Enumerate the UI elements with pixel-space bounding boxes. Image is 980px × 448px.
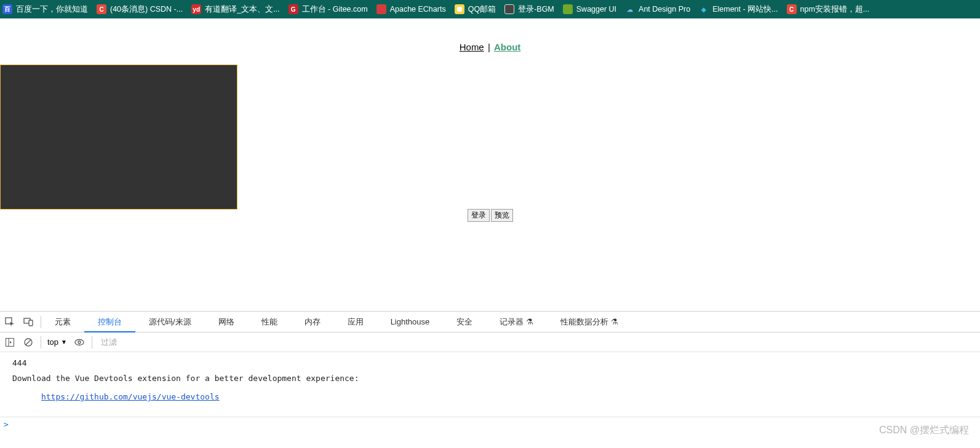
nav-home-link[interactable]: Home [460,42,484,52]
console-line: Download the Vue Devtools extension for … [12,374,968,383]
tab-recorder[interactable]: 记录器⚗ [486,312,547,332]
nav-separator: | [487,42,492,52]
favicon-icon: C [787,4,797,14]
bookmark-label: QQ邮箱 [468,4,496,15]
bookmark-item[interactable]: 百百度一下，你就知道 [2,4,88,15]
svg-point-7 [75,339,84,345]
beta-icon: ⚗ [611,317,618,326]
tab-memory[interactable]: 内存 [291,312,334,332]
inspect-icon[interactable] [4,316,16,328]
tab-security[interactable]: 安全 [443,312,486,332]
favicon-icon: ☁ [625,4,635,14]
bookmark-item[interactable]: ◆Element - 网站快... [699,4,778,15]
bookmark-label: 百度一下，你就知道 [16,4,88,15]
bookmark-item[interactable]: G工作台 - Gitee.com [289,4,368,15]
tab-application[interactable]: 应用 [334,312,377,332]
bookmark-bar: 百百度一下，你就知道C(40条消息) CSDN -...yd有道翻译_文本、文.… [0,0,980,18]
bookmark-item[interactable]: 登录-BGM [504,4,554,15]
bookmark-item[interactable]: yd有道翻译_文本、文... [191,4,279,15]
console-prompt[interactable]: > [0,417,980,431]
bookmark-label: (40条消息) CSDN -... [110,4,183,15]
svg-rect-2 [29,320,33,326]
tab-sources[interactable]: 源代码/来源 [135,312,205,332]
console-line: 444 [12,358,968,367]
bookmark-item[interactable]: QQ邮箱 [455,4,496,15]
tab-console[interactable]: 控制台 [84,312,135,332]
bookmark-item[interactable]: ☁Ant Design Pro [625,4,690,14]
live-expression-icon[interactable] [73,336,86,348]
context-select[interactable]: top▼ [47,337,67,347]
console-line: https://github.com/vuejs/vue-devtools [12,383,968,411]
bookmark-label: Element - 网站快... [712,4,778,15]
tab-elements[interactable]: 元素 [41,312,84,332]
devtools-panel: 元素 控制台 源代码/来源 网络 性能 内存 应用 Lighthouse 安全 … [0,311,980,431]
bookmark-item[interactable]: Apache ECharts [376,4,446,14]
favicon-icon [455,4,464,14]
bookmark-label: 登录-BGM [518,4,554,15]
bookmark-item[interactable]: Swagger UI [563,4,616,14]
svg-point-8 [78,341,81,344]
page-content: Home | About 登录 预览 [0,18,980,311]
login-button[interactable]: 登录 [468,209,490,222]
bookmark-label: npm安装报错，超... [800,4,870,15]
sidebar-toggle-icon[interactable] [4,336,16,348]
console-output: 444 Download the Vue Devtools extension … [0,352,980,417]
svg-line-6 [26,340,31,345]
page-nav: Home | About [0,18,980,52]
device-icon[interactable] [22,316,34,328]
favicon-icon: ◆ [699,4,709,14]
tab-network[interactable]: 网络 [205,312,248,332]
filter-input[interactable] [98,336,976,348]
action-buttons: 登录 预览 [0,209,980,222]
tab-lighthouse[interactable]: Lighthouse [377,312,444,332]
devtools-tabs: 元素 控制台 源代码/来源 网络 性能 内存 应用 Lighthouse 安全 … [0,312,980,332]
tab-perf-insights[interactable]: 性能数据分析⚗ [547,312,632,332]
console-toolbar: top▼ [0,332,980,352]
divider [41,336,41,348]
nav-about-link[interactable]: About [494,42,520,52]
preview-button[interactable]: 预览 [491,209,513,222]
console-link[interactable]: https://github.com/vuejs/vue-devtools [41,392,220,401]
favicon-icon [376,4,386,14]
favicon-icon: G [289,4,298,14]
bookmark-label: 工作台 - Gitee.com [302,4,368,15]
bookmark-label: Ant Design Pro [639,5,690,14]
bookmark-label: Swagger UI [576,5,616,14]
bookmark-item[interactable]: C(40条消息) CSDN -... [97,4,183,15]
clear-console-icon[interactable] [22,336,34,348]
favicon-icon: yd [191,4,201,14]
favicon-icon [504,4,514,14]
beta-icon: ⚗ [526,317,533,326]
favicon-icon: 百 [2,4,12,14]
bookmark-label: 有道翻译_文本、文... [205,4,279,15]
divider [92,336,92,348]
favicon-icon: C [97,4,106,14]
favicon-icon [563,4,573,14]
bookmark-label: Apache ECharts [390,5,446,14]
tab-performance[interactable]: 性能 [248,312,291,332]
preview-panel [0,65,237,210]
bookmark-item[interactable]: Cnpm安装报错，超... [787,4,870,15]
